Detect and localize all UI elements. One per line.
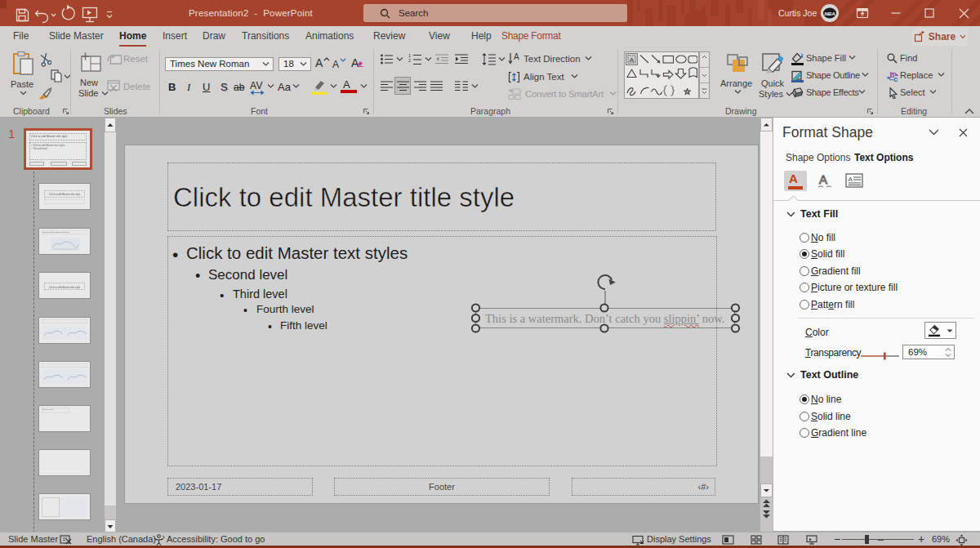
svg-text:A: A xyxy=(630,56,635,64)
svg-text:2: 2 xyxy=(408,58,411,63)
svg-text:NBA: NBA xyxy=(825,11,835,16)
svg-text:A: A xyxy=(849,176,853,183)
svg-text:A: A xyxy=(819,172,827,186)
svg-text:A: A xyxy=(514,52,519,61)
